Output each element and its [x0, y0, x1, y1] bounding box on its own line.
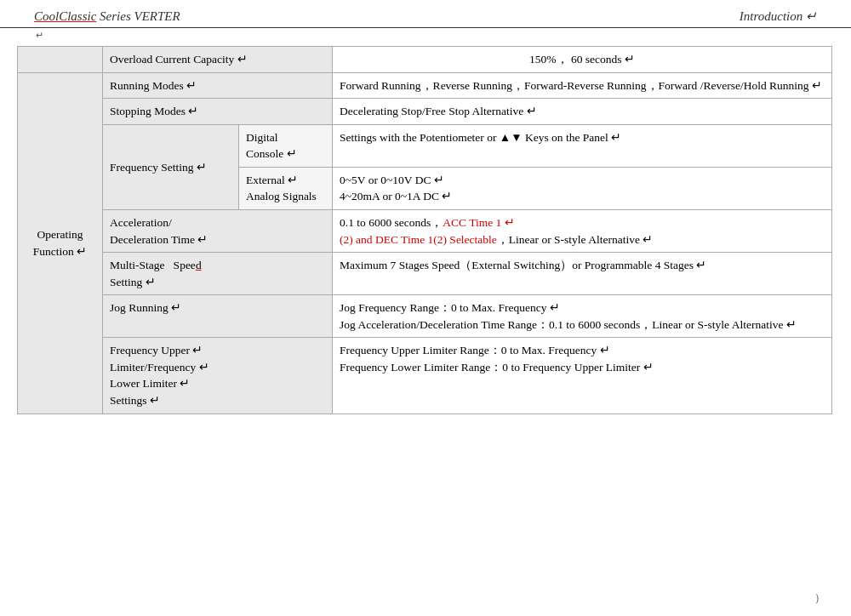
footer-mark: ）: [814, 590, 825, 606]
value-cell-multistage: Maximum 7 Stages Speed（External Switchin…: [333, 253, 832, 295]
group-cell-empty: [18, 47, 103, 73]
table-row: Stopping Modes ↵ Decelerating Stop/Free …: [18, 99, 832, 125]
spec-table: Overload Current Capacity ↵ 150%， 60 sec…: [17, 46, 832, 414]
value-cell-freq-limiter: Frequency Upper Limiter Range：0 to Max. …: [333, 338, 832, 414]
value-cell-stopping: Decelerating Stop/Free Stop Alternative …: [333, 99, 832, 125]
table-row: Frequency Setting ↵ DigitalConsole ↵ Set…: [18, 124, 832, 167]
feature-cell-jog: Jog Running ↵: [103, 295, 333, 338]
page-header: CoolClassic Series VERTER Introduction ↵: [0, 0, 851, 28]
sub-cell-analog: External ↵Analog Signals: [239, 167, 333, 209]
value-cell-accel: 0.1 to 6000 seconds，ACC Time 1 ↵(2) and …: [333, 209, 832, 252]
value-cell-digital: Settings with the Potentiometer or ▲▼ Ke…: [333, 124, 832, 167]
top-mark: ↵: [0, 28, 851, 41]
table-row: Frequency Upper ↵Limiter/Frequency ↵Lowe…: [18, 338, 832, 414]
header-title-left: CoolClassic Series VERTER: [34, 9, 180, 24]
table-row: Acceleration/Deceleration Time ↵ 0.1 to …: [18, 209, 832, 252]
value-cell-jog: Jog Frequency Range：0 to Max. Frequency …: [333, 295, 832, 338]
main-table-wrapper: Overload Current Capacity ↵ 150%， 60 sec…: [0, 43, 851, 418]
table-row: Multi-Stage SpeedSetting ↵ Maximum 7 Sta…: [18, 253, 832, 295]
feature-cell-stopping: Stopping Modes ↵: [103, 99, 333, 125]
feature-cell-freq-setting: Frequency Setting ↵: [103, 124, 239, 209]
cool-classic-text: CoolClassic Series VERTER: [34, 9, 180, 23]
sub-cell-digital: DigitalConsole ↵: [239, 124, 333, 167]
feature-cell-accel: Acceleration/Deceleration Time ↵: [103, 209, 333, 252]
table-row: Jog Running ↵ Jog Frequency Range：0 to M…: [18, 295, 832, 338]
table-row: Overload Current Capacity ↵ 150%， 60 sec…: [18, 47, 832, 73]
introduction-text: Introduction ↵: [740, 9, 817, 23]
feature-cell-running-modes: Running Modes ↵: [103, 72, 333, 99]
feature-label: Overload Current Capacity ↵: [110, 53, 248, 66]
value-cell-analog: 0~5V or 0~10V DC ↵4~20mA or 0~1A DC ↵: [333, 167, 832, 209]
header-title-right: Introduction ↵: [740, 9, 817, 24]
feature-cell-multistage: Multi-Stage SpeedSetting ↵: [103, 253, 333, 295]
page-container: CoolClassic Series VERTER Introduction ↵…: [0, 0, 851, 616]
group-cell-operating: OperatingFunction ↵: [18, 72, 103, 414]
feature-cell-overload: Overload Current Capacity ↵: [103, 47, 333, 73]
feature-cell-freq-limiter: Frequency Upper ↵Limiter/Frequency ↵Lowe…: [103, 338, 333, 414]
value-cell-running-modes: Forward Running，Reverse Running，Forward-…: [333, 72, 832, 99]
value-cell-overload: 150%， 60 seconds ↵: [333, 47, 832, 73]
table-row: OperatingFunction ↵ Running Modes ↵ Forw…: [18, 72, 832, 99]
